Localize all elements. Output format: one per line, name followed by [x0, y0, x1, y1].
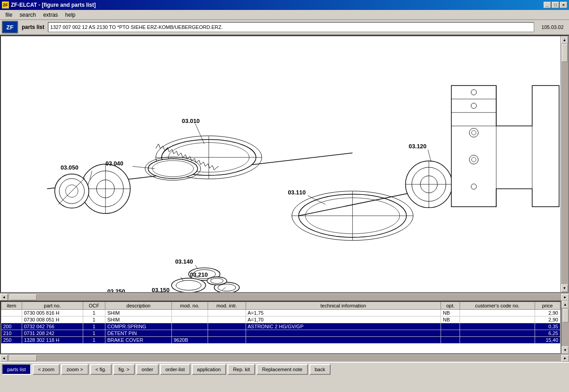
table-cell — [441, 323, 460, 330]
parts-info: 1327 007 002 12 AS 2130 TO *PTO SIEHE ER… — [48, 22, 534, 32]
order-list-button[interactable]: order-list — [160, 364, 190, 375]
table-cell: COMPR.SPRING — [105, 323, 172, 330]
rep-kit-button[interactable]: Rep. kit — [228, 364, 255, 375]
fig-prev-button[interactable]: < fig. — [90, 364, 112, 375]
menu-help[interactable]: help — [62, 11, 79, 19]
replacement-note-button[interactable]: Replacement note — [256, 364, 308, 375]
scroll-thumb-v[interactable] — [562, 44, 568, 62]
table-cell: 2,90 — [535, 316, 560, 323]
table-cell: ASTRONIC 2 HG/GV/GP — [246, 323, 441, 330]
scroll-right-button[interactable]: ► — [561, 294, 569, 301]
diagram-scrollbar-h[interactable]: ◄ ► — [0, 293, 569, 301]
table-cell: 0730 005 816 H — [22, 310, 83, 316]
table-cell: SHIM — [105, 310, 172, 316]
scroll-thumb-h[interactable] — [9, 294, 37, 300]
svg-line-62 — [195, 265, 198, 269]
close-button[interactable]: × — [560, 2, 567, 8]
col-opt: opt. — [441, 302, 460, 310]
back-button[interactable]: back — [309, 364, 331, 375]
col-ocf: OCF — [83, 302, 105, 310]
table-scroll-up[interactable]: ▲ — [562, 301, 569, 308]
scroll-down-button[interactable]: ▼ — [561, 284, 568, 292]
menu-bar: file search extras help — [0, 10, 569, 20]
table-cell — [208, 337, 246, 344]
table-body: 0730 005 816 H1SHIMA=1,75NB2,900730 008 … — [1, 310, 560, 344]
table-cell — [1, 316, 22, 323]
table-row[interactable]: 2501328 302 118 H1BRAKE COVER9620B15,40 — [1, 337, 560, 344]
table-cell: 0730 008 051 H — [22, 316, 83, 323]
table-cell: 210 — [1, 330, 22, 337]
table-scrollbar-h[interactable]: ◄ ► — [0, 354, 569, 362]
table-cell: DETENT PIN — [105, 330, 172, 337]
table-scrollbar-v[interactable]: ▲ ▼ — [561, 301, 569, 354]
application-button[interactable]: application — [192, 364, 227, 375]
menu-extras[interactable]: extras — [39, 11, 62, 19]
diagram-canvas: 03.010 03.040 03.050 03.110 03.120 03.14… — [1, 36, 560, 292]
title-text: ZF-ELCAT - [figure and parts list] — [11, 2, 96, 8]
svg-text:03.210: 03.210 — [190, 271, 208, 278]
table-cell: 200 — [1, 323, 22, 330]
table-cell: A=1,70 — [246, 316, 441, 323]
diagram-area: 03.010 03.040 03.050 03.110 03.120 03.14… — [0, 35, 569, 293]
table-cell: 1 — [83, 316, 105, 323]
table-scroll-down[interactable]: ▼ — [562, 346, 569, 354]
menu-file[interactable]: file — [2, 11, 16, 19]
scroll-up-button[interactable]: ▲ — [561, 36, 568, 44]
svg-text:03.050: 03.050 — [61, 164, 78, 171]
table-cell — [441, 337, 460, 344]
table-cell: NB — [441, 316, 460, 323]
table-cell — [441, 330, 460, 337]
table-cell: 15,40 — [535, 337, 560, 344]
parts-table: item part no. OCF description mod. no. m… — [1, 302, 560, 344]
table-scroll-left[interactable]: ◄ — [0, 355, 8, 362]
table-cell — [208, 330, 246, 337]
parts-table-wrapper: item part no. OCF description mod. no. m… — [0, 301, 569, 354]
fig-next-button[interactable]: fig. > — [113, 364, 135, 375]
svg-point-6 — [148, 159, 198, 179]
title-bar: ZF ZF-ELCAT - [figure and parts list] _ … — [0, 0, 569, 10]
svg-text:03.250: 03.250 — [107, 288, 125, 292]
scroll-track-v — [561, 44, 568, 284]
scroll-track-h — [8, 294, 561, 301]
svg-line-60 — [428, 150, 431, 162]
parts-list-label: parts list — [22, 24, 44, 30]
table-cell: BRAKE COVER — [105, 337, 172, 344]
table-cell: NB — [441, 310, 460, 316]
table-row[interactable]: 0730 008 051 H1SHIMA=1,70NB2,90 — [1, 316, 560, 323]
svg-text:03.040: 03.040 — [105, 160, 123, 167]
table-cell: 1 — [83, 330, 105, 337]
table-cell — [172, 316, 208, 323]
table-row[interactable]: 0730 005 816 H1SHIMA=1,75NB2,90 — [1, 310, 560, 316]
table-scroll-thumb[interactable] — [563, 309, 569, 322]
table-cell — [460, 337, 535, 344]
diagram-scrollbar-v[interactable]: ▲ ▼ — [560, 36, 568, 292]
parts-code: 105.03.02 — [538, 24, 567, 31]
table-cell: 250 — [1, 337, 22, 344]
table-scroll-thumb-h[interactable] — [9, 355, 37, 361]
col-modno: mod. no. — [172, 302, 208, 310]
scroll-left-button[interactable]: ◄ — [0, 294, 8, 301]
table-cell — [1, 310, 22, 316]
zoom-in-button[interactable]: zoom > — [61, 364, 88, 375]
table-row[interactable]: 2100731 208 2421DETENT PIN6,25 — [1, 330, 560, 337]
col-techinfo: technical information — [246, 302, 441, 310]
order-button[interactable]: order — [136, 364, 159, 375]
parts-header: ZF parts list 1327 007 002 12 AS 2130 TO… — [0, 20, 569, 35]
zf-logo: ZF — [2, 21, 18, 33]
col-price: price — [535, 302, 560, 310]
zoom-out-button[interactable]: < zoom — [33, 364, 60, 375]
maximize-button[interactable]: □ — [552, 2, 559, 8]
table-cell — [246, 330, 441, 337]
parts-list-button[interactable]: parts list — [2, 364, 31, 375]
table-cell: 1 — [83, 337, 105, 344]
table-row[interactable]: 2000732 042 7661COMPR.SPRINGASTRONIC 2 H… — [1, 323, 560, 330]
table-cell: 6,25 — [535, 330, 560, 337]
svg-text:03.120: 03.120 — [409, 143, 427, 150]
table-cell: 1 — [83, 310, 105, 316]
minimize-button[interactable]: _ — [544, 2, 551, 8]
bottom-toolbar: parts list< zoomzoom >< fig.fig. >ordero… — [0, 362, 569, 376]
table-cell: 9620B — [172, 337, 208, 344]
table-scroll-right[interactable]: ► — [561, 355, 569, 362]
col-item: item — [1, 302, 22, 310]
menu-search[interactable]: search — [16, 11, 39, 19]
